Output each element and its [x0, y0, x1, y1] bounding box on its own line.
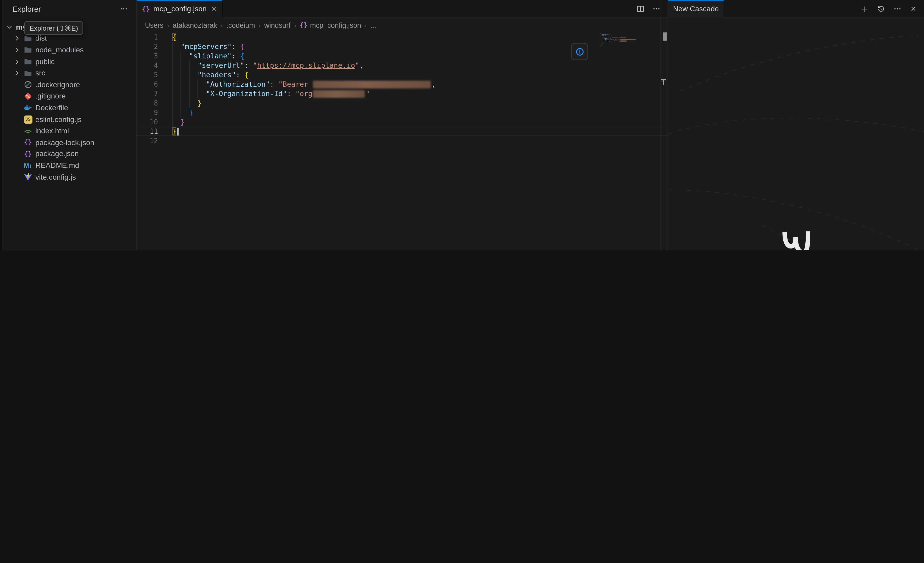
line-number: 9 [137, 108, 158, 117]
breadcrumb-label: windsurf [264, 21, 291, 29]
tree-item--gitignore[interactable]: .gitignore [3, 91, 136, 102]
editor-tab-bar: {} mcp_config.json [137, 0, 668, 18]
history-icon[interactable] [877, 5, 885, 13]
file-label: node_modules [35, 46, 84, 54]
redacted-secret [620, 40, 627, 42]
breadcrumb-item[interactable]: .codeium [226, 21, 255, 29]
line-number: 3 [137, 51, 158, 61]
close-icon[interactable] [210, 5, 217, 12]
code-line-9[interactable]: 9} [137, 108, 668, 117]
text-cursor [178, 128, 178, 135]
ignore-icon [24, 80, 33, 89]
breadcrumb-item[interactable]: windsurf [264, 21, 291, 29]
tree-item-public[interactable]: public [3, 56, 136, 67]
ellipsis-icon[interactable] [120, 5, 128, 13]
breadcrumb-separator: › [258, 21, 261, 28]
json-braces-icon: {} [24, 139, 33, 146]
line-number: 10 [137, 117, 158, 127]
cascade-welcome: Cascade Code ⌘ . Kick off a new project.… [668, 230, 924, 251]
editor-actions [636, 0, 660, 18]
chevron-right-icon [14, 46, 21, 54]
markdown-icon: M↓ [24, 162, 33, 169]
code-line-8[interactable]: 8} [137, 99, 668, 108]
close-icon[interactable] [910, 5, 917, 12]
code-line-6[interactable]: 6"Authorization": "Bearer , [137, 79, 668, 89]
code-line-4[interactable]: 4"serverUrl": "https://mcp.sliplane.io", [137, 61, 668, 70]
code-line-7[interactable]: 7"X-Organization-Id": "org" [137, 89, 668, 99]
tree-item-node-modules[interactable]: node_modules [3, 44, 136, 56]
chevron-right-icon [14, 58, 21, 65]
tree-item-package-lock-json[interactable]: {}package-lock.json [3, 137, 136, 148]
json-braces-icon: {} [142, 5, 150, 13]
editor-group: {} mcp_config.json Users›atakanoztarak›.… [137, 0, 668, 250]
tree-item-package-json[interactable]: {}package.json [3, 148, 136, 160]
breadcrumb-separator: › [220, 21, 223, 28]
line-number: 2 [137, 42, 158, 51]
line-number: 11 [137, 127, 158, 136]
folder-icon [24, 57, 33, 66]
tree-item-index-html[interactable]: <>index.html [3, 125, 136, 137]
explorer-title: Explorer [12, 4, 41, 13]
tab-new-cascade[interactable]: New Cascade [668, 0, 724, 18]
folder-icon [24, 34, 33, 43]
tree-item-eslint-config-js[interactable]: JSeslint.config.js [3, 114, 136, 125]
file-label: index.html [35, 127, 69, 135]
plus-icon[interactable] [861, 5, 868, 13]
breadcrumb-item[interactable]: ... [370, 21, 376, 29]
html-code-icon: <> [24, 127, 33, 134]
breadcrumb-item[interactable]: {}mcp_config.json [300, 21, 361, 29]
tree-item-vite-config-js[interactable]: vite.config.js [3, 171, 136, 183]
cascade-panel: New Cascade Cascade Code ⌘ . Kick off a … [668, 0, 924, 250]
line-number: 5 [137, 70, 158, 79]
file-label: eslint.config.js [35, 115, 82, 124]
file-label: vite.config.js [35, 173, 76, 181]
ellipsis-icon[interactable] [893, 5, 902, 13]
line-number: 6 [137, 79, 158, 89]
contour-pattern-decoration [668, 0, 924, 250]
breadcrumb-label: Users [145, 21, 164, 29]
tab-label: mcp_config.json [153, 5, 207, 13]
overview-ruler-mark: T [659, 77, 668, 87]
breadcrumb-label: ... [370, 21, 376, 29]
code-line-1[interactable]: 1{ [137, 33, 668, 42]
docker-icon [24, 103, 33, 112]
file-label: README.md [35, 161, 79, 170]
code-line-12[interactable]: 12 [137, 136, 668, 145]
line-number: 12 [137, 136, 158, 145]
breadcrumb-item[interactable]: Users [145, 21, 164, 29]
breadcrumb-label: mcp_config.json [310, 21, 361, 29]
line-number: 4 [137, 61, 158, 70]
chevron-right-icon [14, 70, 21, 77]
scrollbar-thumb[interactable] [663, 33, 667, 41]
code-editor[interactable]: 1{2"mcpServers": {3"sliplane": {4"server… [137, 33, 668, 250]
breadcrumb-separator: › [364, 21, 367, 28]
file-label: .dockerignore [35, 81, 80, 89]
minimap[interactable]: {"mcpServers": {"sliplane": {"serverUrl"… [600, 33, 638, 68]
breadcrumb-label: .codeium [226, 21, 255, 29]
json-braces-icon: {} [24, 150, 33, 158]
tree-item-src[interactable]: src [3, 67, 136, 79]
file-label: package-lock.json [35, 138, 94, 147]
code-line-5[interactable]: 5"headers": { [137, 70, 668, 79]
tree-item-dockerfile[interactable]: Dockerfile [3, 102, 136, 114]
ellipsis-icon[interactable] [652, 5, 661, 13]
tree-item--dockerignore[interactable]: .dockerignore [3, 79, 136, 90]
quick-info-button[interactable] [571, 43, 588, 60]
split-editor-icon[interactable] [636, 5, 645, 13]
tab-mcp-config-json[interactable]: {} mcp_config.json [137, 0, 223, 18]
chevron-right-icon [14, 35, 21, 42]
breadcrumb-separator: › [294, 21, 296, 28]
line-number: 7 [137, 89, 158, 99]
code-line-10[interactable]: 10} [137, 117, 668, 127]
redacted-secret [313, 81, 431, 88]
json-braces-icon: {} [300, 21, 308, 29]
cascade-tab-label: New Cascade [673, 5, 719, 13]
breadcrumb-label: atakanoztarak [172, 21, 217, 29]
tree-item-readme-md[interactable]: M↓README.md [3, 160, 136, 171]
code-line-11[interactable]: 11} [137, 127, 668, 136]
folder-icon [24, 69, 33, 78]
file-label: .gitignore [35, 92, 66, 100]
redacted-secret [313, 90, 365, 98]
breadcrumb-item[interactable]: atakanoztarak [172, 21, 217, 29]
info-icon [575, 47, 584, 56]
